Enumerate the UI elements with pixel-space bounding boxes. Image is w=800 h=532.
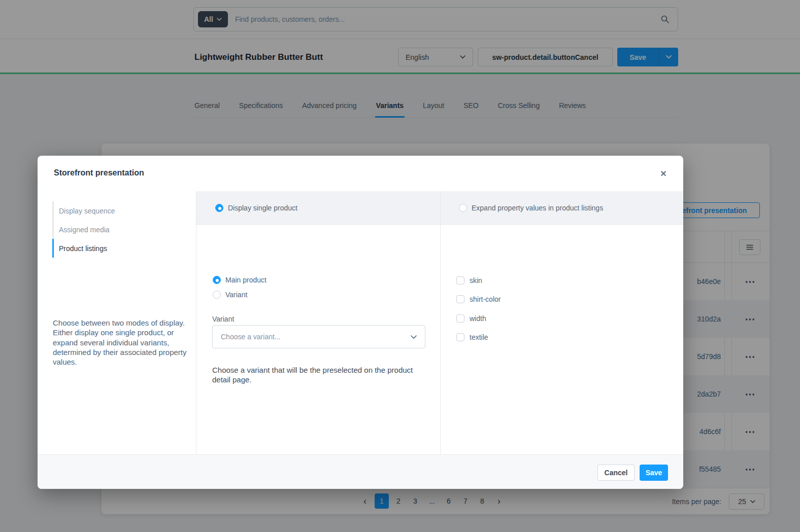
- property-option-skin[interactable]: skin: [456, 276, 482, 285]
- property-label: skin: [470, 276, 482, 285]
- nav-item-product-listings[interactable]: Product listings: [52, 239, 184, 258]
- checkbox-icon[interactable]: [456, 314, 464, 323]
- radio-icon[interactable]: [213, 276, 221, 284]
- save-button[interactable]: Save: [640, 465, 668, 481]
- modal-nav: Display sequence Assigned media Product …: [52, 201, 184, 258]
- display-single-product-option[interactable]: Display single product: [215, 204, 297, 212]
- display-single-product-label: Display single product: [228, 204, 297, 212]
- single-product-option-strip: Display single product: [196, 191, 440, 225]
- expand-property-values-option[interactable]: Expand property values in product listin…: [459, 204, 603, 212]
- variant-select[interactable]: Choose a variant...: [212, 325, 425, 348]
- close-icon[interactable]: ✕: [657, 167, 670, 180]
- storefront-presentation-modal: Storefront presentation ✕ Display sequen…: [38, 156, 683, 489]
- cancel-button[interactable]: Cancel: [597, 465, 635, 481]
- main-product-option[interactable]: Main product: [213, 276, 266, 284]
- nav-item-assigned-media[interactable]: Assigned media: [52, 220, 184, 239]
- expand-listing-column: Expand property values in product listin…: [441, 191, 683, 454]
- variant-select-placeholder: Choose a variant...: [221, 333, 281, 341]
- main-product-label: Main product: [225, 276, 266, 284]
- property-option-width[interactable]: width: [456, 314, 486, 323]
- radio-icon[interactable]: [213, 291, 221, 299]
- modal-sidebar: Display sequence Assigned media Product …: [38, 191, 196, 454]
- variant-field-label: Variant: [212, 315, 234, 323]
- property-label: shirt-color: [470, 295, 501, 303]
- property-option-shirt-color[interactable]: shirt-color: [456, 295, 501, 303]
- single-product-column: Display single product Main product Vari…: [196, 191, 441, 454]
- modal-header: Storefront presentation ✕: [38, 156, 683, 191]
- property-label: textile: [470, 333, 488, 341]
- nav-item-display-sequence[interactable]: Display sequence: [52, 201, 184, 220]
- modal-footer: Cancel Save: [38, 454, 683, 489]
- checkbox-icon[interactable]: [456, 333, 464, 341]
- radio-icon[interactable]: [459, 204, 467, 212]
- radio-icon[interactable]: [215, 204, 223, 212]
- property-option-textile[interactable]: textile: [456, 333, 488, 341]
- expand-listing-option-strip: Expand property values in product listin…: [441, 191, 683, 225]
- property-label: width: [470, 314, 486, 323]
- checkbox-icon[interactable]: [456, 295, 464, 303]
- expand-property-values-label: Expand property values in product listin…: [472, 204, 603, 212]
- variant-option-label: Variant: [225, 291, 247, 299]
- checkbox-icon[interactable]: [456, 276, 464, 285]
- variant-option[interactable]: Variant: [213, 291, 247, 299]
- variant-helper-text: Choose a variant that will be the presel…: [212, 365, 416, 384]
- modal-title: Storefront presentation: [54, 168, 144, 178]
- mode-description: Choose between two modes of display. Eit…: [53, 318, 189, 367]
- chevron-down-icon: [411, 335, 417, 339]
